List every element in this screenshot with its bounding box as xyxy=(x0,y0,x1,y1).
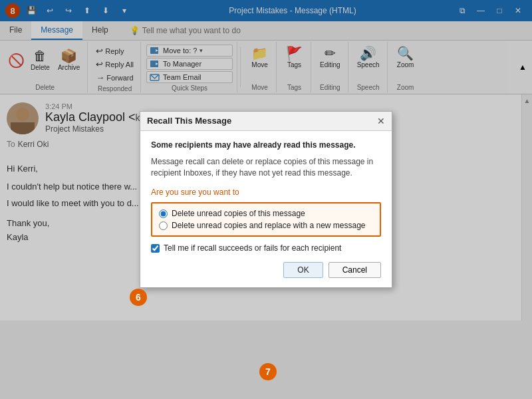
tell-me-row: Tell me if recall succeeds or fails for … xyxy=(151,243,381,253)
dialog-body: Some recipients may have already read th… xyxy=(140,131,392,288)
step-badge-6: 6 xyxy=(130,289,147,306)
dialog-close-btn[interactable]: ✕ xyxy=(377,116,385,126)
step-badge-7: 7 xyxy=(259,363,277,380)
dialog-overlay: Recall This Message ✕ Some recipients ma… xyxy=(0,0,532,399)
dialog-warning: Some recipients may have already read th… xyxy=(151,140,381,150)
option-delete-replace[interactable]: Delete unread copies and replace with a … xyxy=(159,221,373,230)
dialog-options-group: Delete unread copies of this message Del… xyxy=(151,202,381,237)
tell-me-checkbox-label: Tell me if recall succeeds or fails for … xyxy=(164,243,341,253)
radio-delete-unread[interactable] xyxy=(159,209,168,218)
radio-delete-replace[interactable] xyxy=(159,221,168,230)
option-delete-replace-label: Delete unread copies and replace with a … xyxy=(172,221,366,230)
option-delete-unread-label: Delete unread copies of this message xyxy=(172,209,305,218)
dialog-titlebar: Recall This Message ✕ xyxy=(140,112,392,131)
dialog-buttons: OK Cancel xyxy=(151,262,381,278)
option-delete-unread[interactable]: Delete unread copies of this message xyxy=(159,209,373,218)
recall-dialog: Recall This Message ✕ Some recipients ma… xyxy=(140,111,392,289)
cancel-button[interactable]: Cancel xyxy=(329,262,381,278)
dialog-title: Recall This Message xyxy=(147,116,231,126)
ok-button[interactable]: OK xyxy=(283,262,323,278)
dialog-info: Message recall can delete or replace cop… xyxy=(151,156,381,179)
tell-me-checkbox[interactable] xyxy=(151,244,160,253)
dialog-question: Are you sure you want to xyxy=(151,188,381,197)
